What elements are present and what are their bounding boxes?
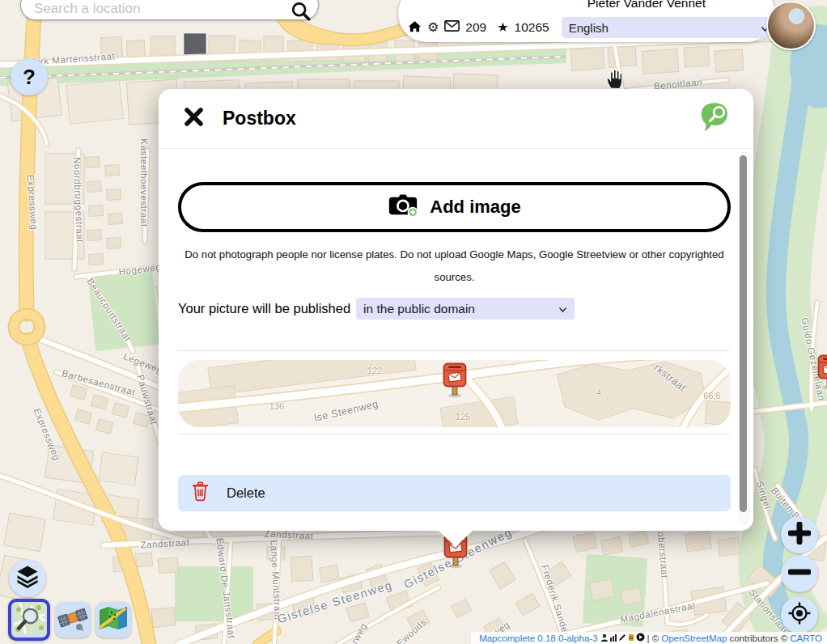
layers-icon	[15, 564, 40, 593]
trash-icon	[192, 481, 209, 505]
messages-envelope-icon[interactable]	[444, 20, 460, 35]
chevron-down-icon	[558, 302, 567, 316]
attribution-circle-icon	[636, 633, 645, 643]
language-selected-value: English	[569, 21, 609, 35]
satellite-icon	[57, 604, 88, 635]
attribution-bar: Mapcomplete 0.18.0-alpha-3 | © OpenStree…	[471, 632, 827, 644]
osm-link[interactable]: OpenStreetMap	[661, 633, 727, 643]
person-icon	[600, 633, 609, 643]
minus-icon	[788, 561, 811, 587]
mapcomplete-app: Dirk MartensstraatcklaanBenoitlaanExpres…	[0, 0, 827, 644]
license-select[interactable]: in the public domain	[356, 298, 575, 320]
geolocate-button[interactable]	[781, 596, 818, 633]
pencil-icon	[618, 633, 626, 643]
statistics-icon	[609, 633, 617, 643]
delete-label: Delete	[227, 485, 265, 501]
minimap-label: 125	[456, 412, 470, 422]
scrollbar-thumb[interactable]	[740, 155, 747, 512]
mapcomplete-logo-icon	[700, 102, 729, 136]
location-minimap[interactable]: 122136lse Steenweg1254rkstraat66;6	[178, 360, 731, 427]
crosshair-icon	[787, 601, 812, 629]
minimap-label: 4	[596, 388, 601, 397]
close-icon[interactable]	[183, 106, 205, 131]
mapcomplete-version-link[interactable]: Mapcomplete 0.18.0-alpha-3	[479, 633, 597, 643]
user-avatar[interactable]	[766, 1, 816, 50]
basemap-switcher	[8, 599, 131, 641]
folded-map-icon	[98, 604, 129, 635]
minimap-label: 136	[269, 401, 284, 411]
divider	[178, 350, 731, 351]
license-label: Your picture will be published	[178, 301, 350, 316]
search-input[interactable]	[32, 0, 278, 18]
dialog-content[interactable]: Add image Do not photograph people nor l…	[159, 150, 739, 529]
message-count: 209	[465, 20, 486, 35]
basemap-option-satellite[interactable]	[55, 602, 91, 638]
layers-button[interactable]	[9, 560, 46, 597]
vest-icon	[627, 633, 635, 643]
minimap-postbox-marker	[443, 362, 467, 398]
search-icon[interactable]	[291, 1, 312, 25]
basemap-option-osm[interactable]	[8, 599, 50, 641]
user-name: Pieter Vander Vennet	[587, 0, 706, 11]
add-image-button[interactable]: Add image	[178, 182, 731, 232]
dialog-pointer-tail	[438, 530, 473, 547]
attribution-contributors: contributors ©	[729, 633, 787, 643]
postbox-marker-edge[interactable]	[817, 354, 827, 390]
user-panel: Pieter Vander Vennet ⚙ 209 ★ 10265 Engli…	[398, 0, 775, 42]
settings-gear-icon[interactable]: ⚙	[427, 21, 439, 34]
dialog-scrollbar[interactable]	[739, 152, 749, 524]
camera-add-icon	[388, 193, 418, 222]
star-icon: ★	[497, 21, 508, 34]
carto-link[interactable]: CARTO	[790, 633, 822, 643]
dialog-header: Postbox	[159, 89, 753, 149]
add-image-label: Add image	[430, 197, 520, 218]
license-selected-value: in the public domain	[363, 302, 475, 316]
basemap-option-map[interactable]	[95, 602, 131, 638]
plus-icon	[788, 522, 811, 548]
divider	[178, 434, 731, 434]
home-icon[interactable]	[408, 19, 422, 36]
help-button[interactable]: ?	[11, 58, 48, 95]
attribution-icons	[600, 633, 645, 643]
delete-button[interactable]: Delete	[178, 475, 731, 511]
attribution-separator: | ©	[647, 633, 659, 643]
help-label: ?	[23, 65, 36, 90]
language-select[interactable]: English	[562, 17, 777, 38]
search-bar	[20, 0, 319, 20]
minimap-label: 66;6	[703, 391, 720, 400]
osm-map-icon	[14, 603, 45, 637]
star-count: 10265	[515, 20, 549, 35]
dialog-title: Postbox	[223, 108, 296, 129]
postbox-dialog: Postbox	[159, 89, 753, 531]
image-license-note: Do not photograph people nor license pla…	[184, 244, 724, 288]
zoom-in-button[interactable]	[781, 516, 818, 553]
zoom-out-button[interactable]	[781, 555, 818, 592]
minimap-label: 122	[367, 366, 382, 375]
